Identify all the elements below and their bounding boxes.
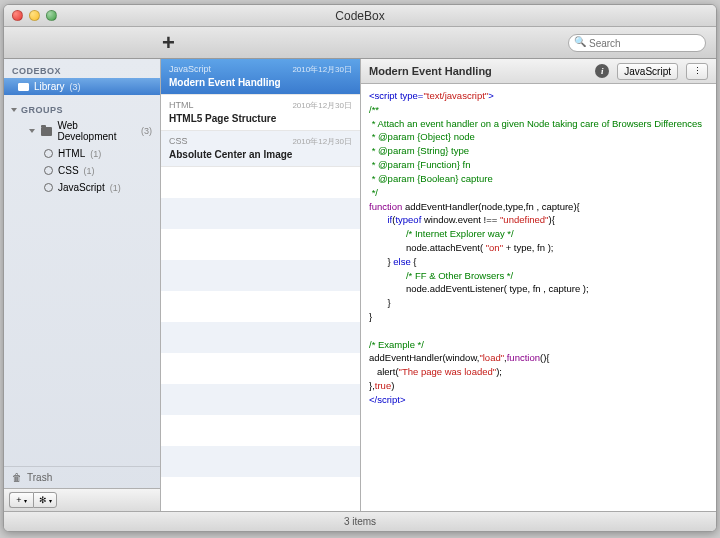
tag-icon: [44, 183, 53, 192]
sidebar-add-button[interactable]: +▾: [9, 492, 33, 508]
close-button[interactable]: [12, 10, 23, 21]
trash-label: Trash: [27, 472, 52, 483]
titlebar: CodeBox: [4, 5, 716, 27]
snippet-lang: JavaScript: [169, 64, 211, 75]
tag-label: JavaScript: [58, 182, 105, 193]
snippet-list: JavaScript2010年12月30日 Modern Event Handl…: [161, 59, 361, 511]
list-row: [161, 229, 360, 260]
folder-icon: [41, 127, 52, 136]
tag-count: (1): [110, 183, 121, 193]
list-row: [161, 415, 360, 446]
sidebar-tag-css[interactable]: CSS (1): [4, 162, 160, 179]
snippet-lang: CSS: [169, 136, 188, 147]
zoom-button[interactable]: [46, 10, 57, 21]
snippet-date: 2010年12月30日: [292, 136, 352, 147]
group-label: Web Development: [57, 120, 136, 142]
sidebar-item-trash[interactable]: 🗑 Trash: [4, 466, 160, 488]
language-selector[interactable]: JavaScript: [617, 63, 678, 80]
tag-icon: [44, 149, 53, 158]
library-count: (3): [70, 82, 81, 92]
list-row: [161, 384, 360, 415]
list-row: [161, 353, 360, 384]
sidebar-buttons: +▾ ✻▾: [4, 488, 160, 511]
disclosure-icon[interactable]: [11, 108, 17, 112]
list-row: [161, 291, 360, 322]
minimize-button[interactable]: [29, 10, 40, 21]
content-header: Modern Event Handling i JavaScript ⋮: [361, 59, 716, 84]
app-window: CodeBox + 🔍 CODEBOX Library (3) GROUPS: [3, 4, 717, 532]
window-title: CodeBox: [4, 9, 716, 23]
library-label: Library: [34, 81, 65, 92]
search-icon: 🔍: [574, 36, 586, 47]
snippet-title: Absolute Center an Image: [169, 149, 352, 160]
snippet-title: HTML5 Page Structure: [169, 113, 352, 124]
status-bar: 3 items: [4, 511, 716, 531]
sidebar-item-library[interactable]: Library (3): [4, 78, 160, 95]
snippet-item[interactable]: CSS2010年12月30日 Absolute Center an Image: [161, 131, 360, 167]
tag-count: (1): [90, 149, 101, 159]
list-row: [161, 322, 360, 353]
sidebar-tag-javascript[interactable]: JavaScript (1): [4, 179, 160, 196]
sidebar-main: CODEBOX Library (3) GROUPS Web Developme…: [4, 59, 160, 466]
sidebar: CODEBOX Library (3) GROUPS Web Developme…: [4, 59, 161, 511]
main-body: CODEBOX Library (3) GROUPS Web Developme…: [4, 59, 716, 511]
sidebar-header-codebox: CODEBOX: [4, 62, 160, 78]
tag-icon: [44, 166, 53, 175]
tag-label: CSS: [58, 165, 79, 176]
item-count: 3 items: [344, 516, 376, 527]
snippet-title: Modern Event Handling: [169, 77, 352, 88]
code-editor[interactable]: <script type="text/javascript"> /** * At…: [361, 84, 716, 511]
sidebar-group-webdev[interactable]: Web Development (3): [4, 117, 160, 145]
snippet-date: 2010年12月30日: [292, 100, 352, 111]
list-row: [161, 198, 360, 229]
info-icon[interactable]: i: [595, 64, 609, 78]
group-count: (3): [141, 126, 152, 136]
list-row: [161, 260, 360, 291]
search-field: 🔍: [568, 33, 706, 53]
traffic-lights: [12, 10, 57, 21]
snippet-lang: HTML: [169, 100, 194, 111]
list-row: [161, 167, 360, 198]
content-pane: Modern Event Handling i JavaScript ⋮ <sc…: [361, 59, 716, 511]
gear-dropdown[interactable]: ⋮: [686, 63, 708, 80]
list-row: [161, 446, 360, 477]
library-icon: [18, 83, 29, 91]
tag-count: (1): [84, 166, 95, 176]
toolbar: + 🔍: [4, 27, 716, 59]
disclosure-icon[interactable]: [29, 129, 35, 133]
sidebar-gear-button[interactable]: ✻▾: [33, 492, 57, 508]
trash-icon: 🗑: [12, 472, 22, 483]
content-title: Modern Event Handling: [369, 65, 587, 77]
language-label: JavaScript: [624, 66, 671, 77]
snippet-item[interactable]: HTML2010年12月30日 HTML5 Page Structure: [161, 95, 360, 131]
tag-label: HTML: [58, 148, 85, 159]
sidebar-tag-html[interactable]: HTML (1): [4, 145, 160, 162]
snippet-item[interactable]: JavaScript2010年12月30日 Modern Event Handl…: [161, 59, 360, 95]
add-button[interactable]: +: [162, 32, 175, 54]
sidebar-header-groups: GROUPS: [4, 101, 160, 117]
search-input[interactable]: [568, 34, 706, 52]
snippet-date: 2010年12月30日: [292, 64, 352, 75]
